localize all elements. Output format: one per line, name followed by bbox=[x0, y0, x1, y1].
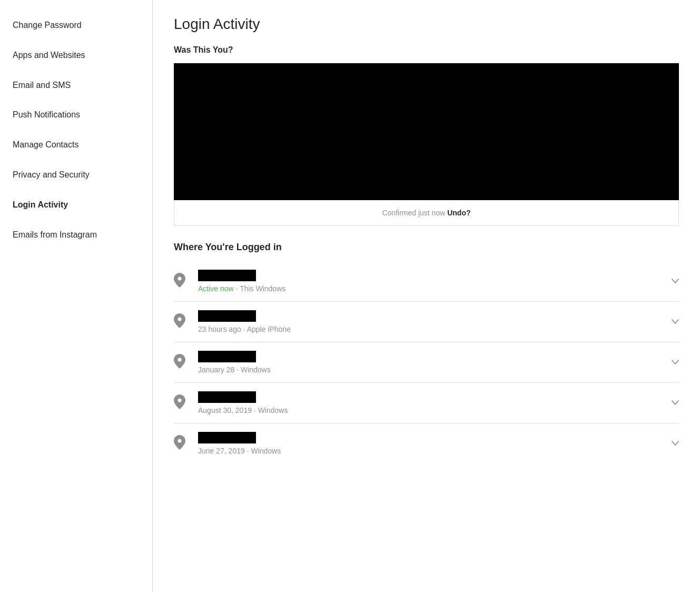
confirmed-text: Confirmed just now bbox=[382, 209, 445, 217]
chevron-down-icon bbox=[672, 277, 679, 285]
was-this-you-title: Was This You? bbox=[174, 45, 679, 55]
sidebar-item-privacy-and-security[interactable]: Privacy and Security bbox=[0, 160, 152, 190]
confirmed-bar: Confirmed just now Undo? bbox=[174, 200, 679, 226]
session-device: This Windows bbox=[240, 284, 285, 293]
location-pin-icon bbox=[174, 394, 190, 412]
main-content: Login Activity Was This You? Confirmed j… bbox=[153, 0, 700, 592]
chevron-down-icon bbox=[672, 439, 679, 448]
location-pin-icon bbox=[174, 313, 190, 331]
was-this-you-section: Was This You? Confirmed just now Undo? bbox=[174, 45, 679, 226]
session-info: 23 hours ago · Apple iPhone bbox=[198, 310, 665, 333]
sidebar-item-change-password[interactable]: Change Password bbox=[0, 11, 152, 41]
location-pin-icon bbox=[174, 354, 190, 371]
session-info: June 27, 2019 · Windows bbox=[198, 432, 665, 455]
sidebar: Change PasswordApps and WebsitesEmail an… bbox=[0, 0, 153, 592]
session-name-redacted bbox=[198, 432, 256, 443]
media-placeholder bbox=[174, 63, 679, 200]
session-name-redacted bbox=[198, 270, 256, 281]
sidebar-item-apps-and-websites[interactable]: Apps and Websites bbox=[0, 41, 152, 71]
chevron-down-icon bbox=[672, 399, 679, 407]
session-name-redacted bbox=[198, 391, 256, 403]
sidebar-item-email-and-sms[interactable]: Email and SMS bbox=[0, 71, 152, 101]
session-meta: 23 hours ago · Apple iPhone bbox=[198, 325, 665, 333]
session-row-5[interactable]: June 27, 2019 · Windows bbox=[174, 423, 679, 463]
session-meta: June 27, 2019 · Windows bbox=[198, 447, 665, 455]
session-meta: January 28 · Windows bbox=[198, 366, 665, 374]
active-now-label: Active now bbox=[198, 284, 234, 293]
session-info: August 30, 2019 · Windows bbox=[198, 391, 665, 415]
sidebar-item-push-notifications[interactable]: Push Notifications bbox=[0, 100, 152, 130]
where-logged-section: Where You're Logged in Active now · This… bbox=[174, 242, 679, 463]
chevron-down-icon bbox=[672, 318, 679, 326]
undo-button[interactable]: Undo? bbox=[447, 209, 470, 217]
session-name-redacted bbox=[198, 310, 256, 322]
where-logged-title: Where You're Logged in bbox=[174, 242, 679, 253]
sidebar-item-manage-contacts[interactable]: Manage Contacts bbox=[0, 130, 152, 160]
session-name-redacted bbox=[198, 351, 256, 362]
session-meta: August 30, 2019 · Windows bbox=[198, 406, 665, 415]
session-info: Active now · This Windows bbox=[198, 270, 665, 293]
chevron-down-icon bbox=[672, 358, 679, 367]
session-row-4[interactable]: August 30, 2019 · Windows bbox=[174, 383, 679, 423]
sessions-container: Active now · This Windows 23 hours ago ·… bbox=[174, 261, 679, 463]
session-row-1[interactable]: Active now · This Windows bbox=[174, 261, 679, 302]
page-title: Login Activity bbox=[174, 16, 679, 33]
separator: · bbox=[234, 284, 240, 293]
session-row-3[interactable]: January 28 · Windows bbox=[174, 342, 679, 383]
session-row-2[interactable]: 23 hours ago · Apple iPhone bbox=[174, 302, 679, 342]
session-meta: Active now · This Windows bbox=[198, 284, 665, 293]
sidebar-item-login-activity[interactable]: Login Activity bbox=[0, 190, 152, 220]
sidebar-item-emails-from-instagram[interactable]: Emails from Instagram bbox=[0, 220, 152, 250]
session-info: January 28 · Windows bbox=[198, 351, 665, 374]
location-pin-icon bbox=[174, 273, 190, 290]
location-pin-icon bbox=[174, 435, 190, 452]
